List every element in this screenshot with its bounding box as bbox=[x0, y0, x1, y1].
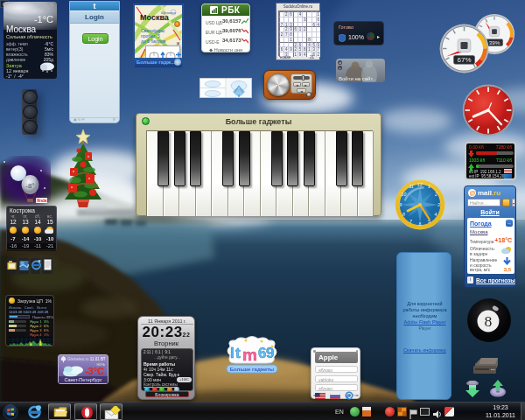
svg-text:6: 6 bbox=[419, 221, 422, 227]
svg-text:8: 8 bbox=[402, 212, 405, 217]
svg-text:67%: 67% bbox=[458, 56, 472, 64]
svg-text:1: 1 bbox=[428, 184, 430, 189]
svg-text:2: 2 bbox=[434, 192, 438, 197]
svg-text:m: m bbox=[242, 346, 257, 364]
svg-text:Больше гаджеты: Больше гаджеты bbox=[230, 367, 274, 372]
svg-text:39%: 39% bbox=[489, 39, 500, 46]
svg-text:10: 10 bbox=[402, 192, 407, 197]
svg-text:12: 12 bbox=[417, 182, 423, 187]
svg-text:9: 9 bbox=[400, 202, 402, 207]
svg-text:4: 4 bbox=[435, 212, 438, 217]
svg-text:8: 8 bbox=[485, 312, 493, 330]
svg-text:3: 3 bbox=[438, 202, 440, 207]
svg-text:-8°: -8° bbox=[25, 182, 34, 190]
svg-text:t: t bbox=[235, 345, 241, 361]
svg-text:I: I bbox=[230, 345, 234, 361]
svg-text:11: 11 bbox=[409, 184, 414, 189]
